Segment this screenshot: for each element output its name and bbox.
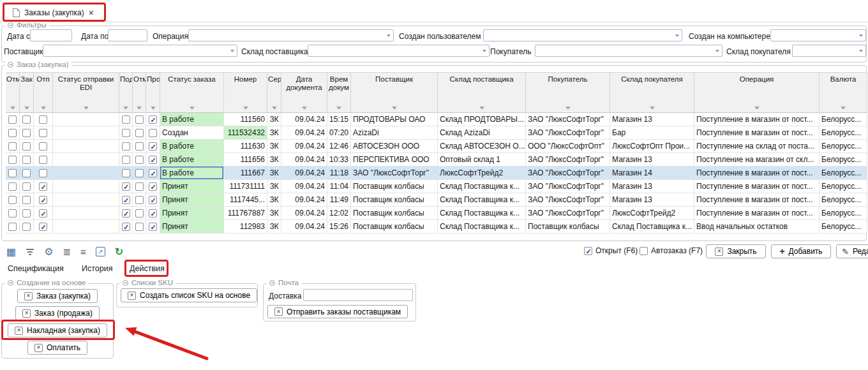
pod-checkbox[interactable] — [122, 209, 130, 218]
otm2-checkbox[interactable] — [135, 223, 144, 231]
filter-supplier-warehouse-field[interactable] — [308, 45, 490, 57]
otp-checkbox[interactable] — [39, 196, 47, 204]
filter-buyer-warehouse-input[interactable] — [793, 45, 865, 56]
table-row[interactable]: Принят111767887ЗК09.04.2412:02Поставщик … — [6, 207, 867, 220]
pro-checkbox[interactable] — [149, 169, 157, 177]
zak-checkbox[interactable] — [22, 196, 31, 204]
table-row[interactable]: В работе111630ЗК09.04.2412:46АВТОСЕЗОН О… — [6, 140, 867, 153]
filter-operation-field[interactable] — [188, 29, 394, 41]
column-header-operation[interactable]: Операция — [694, 72, 819, 113]
filter-operation-input[interactable] — [189, 30, 393, 41]
column-header-number[interactable]: Номер — [224, 72, 267, 113]
settings-gear-icon[interactable]: ⚙ — [44, 246, 53, 258]
filter-supplier-input[interactable] — [43, 45, 237, 56]
column-header-otm2[interactable]: Отм — [133, 72, 146, 113]
column-header-supplier[interactable]: Поставщик — [351, 72, 438, 113]
otm2-checkbox[interactable] — [135, 129, 144, 137]
zak-checkbox[interactable] — [22, 115, 31, 124]
pod-checkbox[interactable] — [122, 115, 130, 124]
column-header-time[interactable]: Врем докум — [327, 72, 351, 113]
zak-checkbox[interactable] — [22, 129, 31, 137]
filter-created-by-user-field[interactable] — [483, 29, 682, 41]
filter-created-on-computer-field[interactable] — [770, 29, 866, 41]
filter-date-to-field[interactable] — [108, 29, 147, 41]
autoorder-f7-checkbox[interactable]: Автозаказ (F7) — [640, 246, 703, 255]
otp-checkbox[interactable] — [39, 209, 47, 218]
otp-checkbox[interactable] — [39, 142, 47, 151]
pro-checkbox[interactable] — [149, 182, 157, 191]
otp-checkbox[interactable] — [39, 182, 47, 191]
zak-checkbox[interactable] — [22, 169, 31, 177]
otm-checkbox[interactable] — [8, 115, 17, 124]
otm-checkbox[interactable] — [8, 182, 17, 191]
pro-checkbox[interactable] — [149, 115, 157, 124]
zak-checkbox[interactable] — [22, 156, 31, 164]
tab-close-icon[interactable]: × — [89, 8, 94, 17]
list-icon[interactable]: ≣ — [63, 246, 71, 258]
otm-checkbox[interactable] — [8, 142, 17, 151]
column-header-zak[interactable]: Зак — [20, 72, 34, 113]
zak-checkbox[interactable] — [22, 209, 31, 218]
table-row[interactable]: В работе111560ЗК09.04.2415:15ПРОДТОВАРЫ … — [6, 113, 867, 126]
zak-checkbox[interactable] — [22, 182, 31, 191]
table-grid-icon[interactable]: ▦ — [6, 246, 16, 258]
table-row[interactable]: В работе111667ЗК09.04.2411:18ЗАО "ЛюксСо… — [6, 166, 867, 180]
edit-button[interactable]: ✎ Реда — [836, 244, 868, 258]
tab-specification[interactable]: Спецификация — [8, 264, 64, 273]
tab-actions[interactable]: Действия — [130, 264, 165, 273]
table-row[interactable]: Создан111532432ЗК09.04.2407:20AzizaDiСкл… — [6, 126, 867, 140]
column-header-otp[interactable]: Отп — [34, 72, 53, 113]
filter-supplier-field[interactable] — [43, 45, 237, 57]
otm-checkbox[interactable] — [8, 196, 17, 204]
otm2-checkbox[interactable] — [135, 169, 144, 177]
table-row[interactable]: В работе111656ЗК09.04.2410:33ПЕРСПЕКТИВА… — [6, 153, 867, 166]
column-header-buyer[interactable]: Покупатель — [526, 72, 610, 113]
collapse-icon[interactable] — [269, 280, 275, 286]
filter-created-on-computer-input[interactable] — [771, 30, 865, 41]
otp-checkbox[interactable] — [39, 129, 47, 137]
pod-checkbox[interactable] — [122, 142, 130, 151]
pro-checkbox[interactable] — [149, 129, 157, 137]
pay-button[interactable]: × Оплатить — [27, 341, 87, 355]
close-button[interactable]: × Закрыть — [706, 244, 766, 258]
collapse-icon[interactable] — [8, 280, 13, 286]
zak-checkbox[interactable] — [22, 223, 31, 231]
otm2-checkbox[interactable] — [135, 209, 144, 218]
autoorder-f7-checkbox-box[interactable] — [640, 247, 648, 255]
otp-checkbox[interactable] — [39, 115, 47, 124]
open-f6-checkbox[interactable]: Открыт (F6) — [584, 246, 638, 255]
table-row[interactable]: Принят112983ЗК09.04.2415:26Поставщик кол… — [6, 220, 867, 233]
filter-supplier-warehouse-input[interactable] — [308, 45, 489, 56]
column-header-pro[interactable]: Про — [146, 72, 160, 113]
otm-checkbox[interactable] — [8, 169, 17, 177]
delivery-input[interactable] — [304, 290, 412, 300]
column-header-currency[interactable]: Валюта — [819, 72, 867, 113]
order-sale-button[interactable]: × Заказ (продажа) — [15, 306, 100, 320]
filter-date-from-field[interactable] — [30, 29, 72, 41]
pro-checkbox[interactable] — [149, 156, 157, 164]
filter-date-from-input[interactable] — [31, 30, 71, 41]
filter-icon[interactable] — [26, 249, 34, 255]
add-button[interactable]: + Добавить — [771, 244, 831, 258]
pro-checkbox[interactable] — [149, 223, 157, 231]
pod-checkbox[interactable] — [122, 169, 130, 177]
order-purchase-button[interactable]: × Заказ (закупка) — [17, 289, 98, 303]
column-header-series[interactable]: Сери — [267, 72, 281, 113]
column-header-pod[interactable]: Под — [119, 72, 133, 113]
send-orders-to-suppliers-button[interactable]: × Отправить заказы поставщикам — [267, 305, 408, 318]
filter-buyer-warehouse-field[interactable] — [792, 45, 866, 57]
otm-checkbox[interactable] — [8, 129, 17, 137]
filter-created-by-user-input[interactable] — [484, 30, 682, 41]
column-header-status[interactable]: Статус заказа — [160, 72, 224, 113]
pod-checkbox[interactable] — [122, 129, 130, 137]
filter-buyer-field[interactable] — [535, 45, 722, 57]
export-icon[interactable]: ↗ — [96, 247, 105, 256]
create-sku-list-button[interactable]: × Создать список SKU на основе — [121, 288, 257, 302]
otm-checkbox[interactable] — [8, 156, 17, 164]
pod-checkbox[interactable] — [122, 223, 130, 231]
otm2-checkbox[interactable] — [135, 156, 144, 164]
otm2-checkbox[interactable] — [135, 142, 144, 151]
otp-checkbox[interactable] — [39, 223, 47, 231]
table-row[interactable]: Принят111731111ЗК09.04.2411:04Поставщик … — [6, 180, 867, 193]
pod-checkbox[interactable] — [122, 182, 130, 191]
